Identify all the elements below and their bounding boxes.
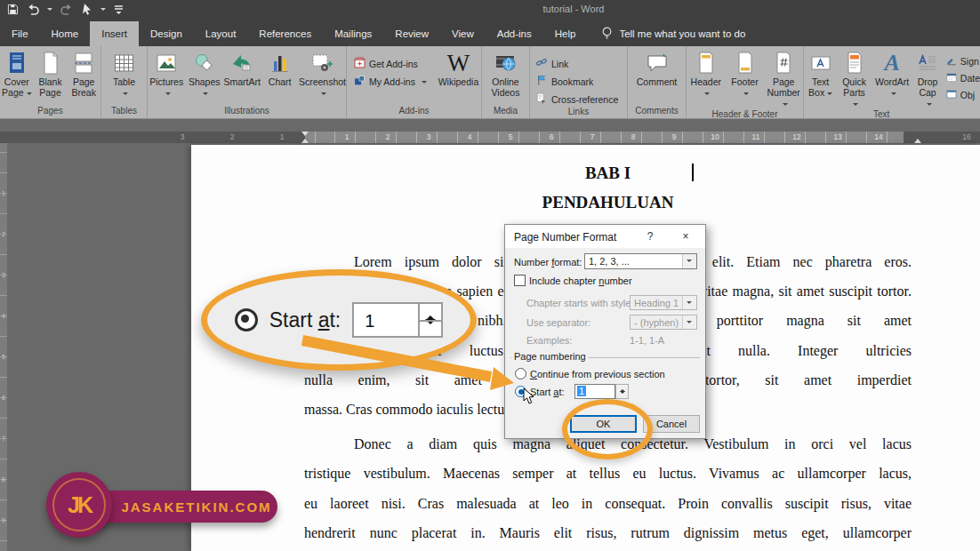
horizontal-ruler[interactable]: 321 1234567891011121314 16 bbox=[0, 132, 980, 143]
blank-page-button[interactable]: BlankPage bbox=[34, 50, 68, 98]
bookmark-icon bbox=[535, 75, 548, 88]
include-chapter-checkbox[interactable] bbox=[514, 275, 526, 286]
online-videos-button[interactable]: OnlineVideos bbox=[482, 50, 529, 98]
tab-insert[interactable]: Insert bbox=[90, 21, 139, 46]
customize-qat-icon[interactable] bbox=[114, 4, 124, 15]
hanging-indent-marker[interactable] bbox=[301, 135, 309, 143]
touch-mode-dropdown-caret[interactable] bbox=[100, 8, 106, 13]
group-label-pages: Pages bbox=[0, 105, 100, 118]
ok-highlight-circle bbox=[562, 399, 653, 459]
link-icon bbox=[535, 57, 548, 70]
object-button[interactable]: Obj bbox=[946, 89, 980, 101]
dialog-help-button[interactable]: ? bbox=[640, 230, 660, 243]
quick-access-toolbar bbox=[7, 3, 124, 15]
shapes-icon bbox=[193, 50, 216, 76]
mouse-cursor bbox=[523, 387, 536, 405]
start-at-spinner[interactable] bbox=[615, 384, 629, 399]
screenshot-button[interactable]: Screenshot bbox=[299, 50, 346, 98]
signature-line-button[interactable]: Sign bbox=[946, 55, 980, 68]
ribbon-group-links: Link Bookmark Cross-reference Links bbox=[530, 46, 628, 118]
shapes-button[interactable]: Shapes bbox=[185, 50, 222, 98]
ruler-number: 14 bbox=[858, 132, 899, 143]
dropdown-caret-icon bbox=[743, 92, 749, 98]
redo-icon bbox=[60, 4, 73, 15]
object-icon bbox=[946, 89, 957, 101]
ruler-number: 9 bbox=[654, 132, 695, 143]
chapter-heading: BAB I bbox=[304, 164, 912, 183]
date-time-button[interactable]: Date bbox=[946, 72, 980, 84]
text-line: elementum. Suspendisse ultricies ipsum. … bbox=[304, 547, 912, 551]
touch-mouse-mode-icon[interactable] bbox=[81, 3, 92, 15]
table-button[interactable]: Table bbox=[101, 50, 147, 98]
tab-help[interactable]: Help bbox=[543, 21, 588, 46]
number-format-combobox[interactable]: 1, 2, 3, ... bbox=[584, 253, 697, 269]
ribbon-group-add-ins: Get Add-ins My Add-ins W Wikipedia Add-i… bbox=[347, 46, 482, 118]
undo-dropdown-caret[interactable] bbox=[47, 8, 52, 13]
text-line: eu laoreet nisi. Cras malesuada at leo i… bbox=[304, 489, 912, 518]
cover-page-icon bbox=[6, 50, 28, 76]
page-number-button[interactable]: PageNumber bbox=[764, 50, 803, 108]
vertical-ruler[interactable]: 123456789 bbox=[0, 143, 7, 551]
start-at-input[interactable]: 1 bbox=[574, 384, 615, 399]
tab-home[interactable]: Home bbox=[40, 21, 91, 46]
comment-button[interactable]: Comment bbox=[628, 50, 686, 87]
page-numbering-group-label: Page numbering bbox=[511, 351, 589, 362]
drop-cap-button[interactable]: DropCap bbox=[915, 50, 940, 108]
ruler-number: 11 bbox=[735, 132, 776, 143]
tell-me-box[interactable]: Tell me what you want to do bbox=[601, 21, 745, 46]
ruler-number: 7 bbox=[0, 419, 7, 459]
word-window: tutorial - Word File Home Insert Design … bbox=[0, 0, 980, 551]
bookmark-button[interactable]: Bookmark bbox=[535, 75, 618, 88]
spin-down-icon[interactable] bbox=[620, 391, 625, 396]
group-label-media: Media bbox=[482, 105, 529, 118]
ruler-number: 4 bbox=[449, 132, 490, 143]
dropdown-caret-icon bbox=[783, 103, 788, 108]
cover-page-button[interactable]: CoverPage bbox=[0, 50, 34, 98]
magnified-start-at-label: Start at: bbox=[269, 308, 341, 332]
ruler-number: 2 bbox=[367, 132, 408, 143]
footer-button[interactable]: Footer bbox=[726, 50, 765, 98]
tab-view[interactable]: View bbox=[440, 21, 486, 46]
text-box-button[interactable]: TextBox bbox=[807, 50, 833, 98]
quick-parts-button[interactable]: QuickParts bbox=[839, 50, 869, 108]
header-button[interactable]: Header bbox=[687, 50, 726, 98]
tab-design[interactable]: Design bbox=[139, 21, 194, 46]
text-cursor bbox=[692, 164, 694, 181]
save-icon[interactable] bbox=[7, 4, 19, 15]
screenshot-icon bbox=[310, 50, 333, 76]
tab-add-ins[interactable]: Add-ins bbox=[486, 21, 543, 46]
right-indent-marker[interactable] bbox=[914, 135, 921, 143]
group-label-links: Links bbox=[530, 106, 627, 118]
tab-file[interactable]: File bbox=[0, 21, 40, 46]
cross-reference-button[interactable]: Cross-reference bbox=[535, 92, 618, 106]
dropdown-caret-icon bbox=[165, 92, 171, 98]
get-add-ins-button[interactable]: Get Add-ins bbox=[354, 57, 427, 70]
continue-radio[interactable] bbox=[515, 368, 526, 379]
combobox-dropdown-icon[interactable] bbox=[682, 254, 696, 268]
smartart-button[interactable]: SmartArt bbox=[223, 50, 261, 87]
chapter-style-label: Chapter starts with style: bbox=[526, 298, 633, 308]
ruler-number: 16 bbox=[946, 132, 980, 143]
undo-icon[interactable] bbox=[27, 4, 39, 15]
ribbon-group-header-footer: Header Footer PageNumber Header & Footer bbox=[687, 46, 804, 118]
dialog-close-button[interactable]: × bbox=[676, 230, 695, 243]
link-button[interactable]: Link bbox=[535, 57, 618, 70]
comment-icon bbox=[646, 50, 669, 76]
my-add-ins-button[interactable]: My Add-ins bbox=[354, 75, 427, 88]
ruler-number: 8 bbox=[0, 459, 7, 500]
continue-radio-label: Continue from previous section bbox=[530, 369, 665, 379]
chart-button[interactable]: Chart bbox=[261, 50, 298, 87]
tab-review[interactable]: Review bbox=[383, 21, 440, 46]
dropdown-caret-icon bbox=[203, 92, 208, 98]
pictures-button[interactable]: Pictures bbox=[148, 50, 185, 98]
wordart-icon: A bbox=[884, 52, 899, 75]
tab-references[interactable]: References bbox=[247, 21, 323, 46]
page-break-button[interactable]: PageBreak bbox=[67, 50, 100, 98]
wikipedia-button[interactable]: W Wikipedia bbox=[436, 50, 481, 87]
wordart-button[interactable]: A WordArt bbox=[875, 50, 909, 98]
tab-mailings[interactable]: Mailings bbox=[323, 21, 383, 46]
watermark-text: JASAKETIKIN.COM bbox=[121, 499, 271, 515]
dropdown-caret-icon bbox=[123, 92, 128, 98]
tab-layout[interactable]: Layout bbox=[194, 21, 248, 46]
group-label-text: Text bbox=[804, 108, 980, 120]
